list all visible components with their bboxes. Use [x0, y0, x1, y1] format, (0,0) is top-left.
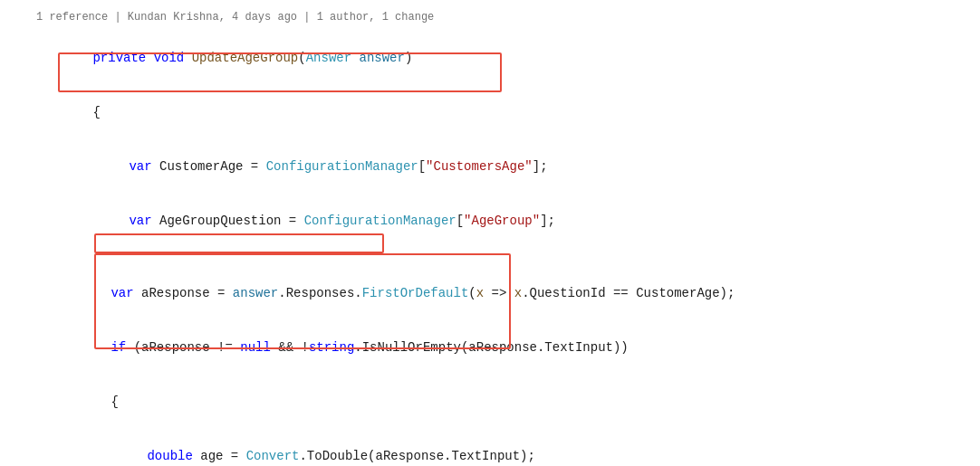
code-line-2: { — [0, 85, 980, 139]
line-content-8: { — [36, 375, 980, 429]
line-content-6: var aResponse = answer.Responses.FirstOr… — [36, 266, 980, 320]
separator1: | — [114, 11, 127, 24]
changes-text: 1 author, 1 change — [317, 11, 435, 24]
code-line-6: var aResponse = answer.Responses.FirstOr… — [0, 266, 980, 320]
code-line-4: var AgeGroupQuestion = ConfigurationMana… — [0, 194, 980, 248]
line-content-7: if (aResponse != null && !string.IsNullO… — [36, 320, 980, 375]
references-text[interactable]: 1 reference — [36, 11, 108, 24]
author-text: Kundan Krishna, 4 days ago — [128, 11, 297, 24]
line-content-1: private void UpdateAgeGroup(Answer answe… — [36, 31, 980, 85]
line-content-2: { — [36, 85, 980, 139]
code-line-5 — [0, 248, 980, 266]
meta-line: 1 reference | Kundan Krishna, 4 days ago… — [0, 7, 980, 31]
line-content-5 — [36, 248, 980, 266]
line-content-3: var CustomerAge = ConfigurationManager["… — [36, 139, 980, 194]
code-line-8: { — [0, 375, 980, 429]
separator2: | — [303, 11, 316, 24]
code-line-9: double age = Convert.ToDouble(aResponse.… — [0, 429, 980, 466]
code-line-1: private void UpdateAgeGroup(Answer answe… — [0, 31, 980, 85]
code-container: 1 reference | Kundan Krishna, 4 days ago… — [0, 0, 980, 466]
line-content-4: var AgeGroupQuestion = ConfigurationMana… — [36, 194, 980, 248]
line-content-9: double age = Convert.ToDouble(aResponse.… — [36, 429, 980, 466]
code-line-3: var CustomerAge = ConfigurationManager["… — [0, 139, 980, 194]
code-line-7: if (aResponse != null && !string.IsNullO… — [0, 320, 980, 375]
